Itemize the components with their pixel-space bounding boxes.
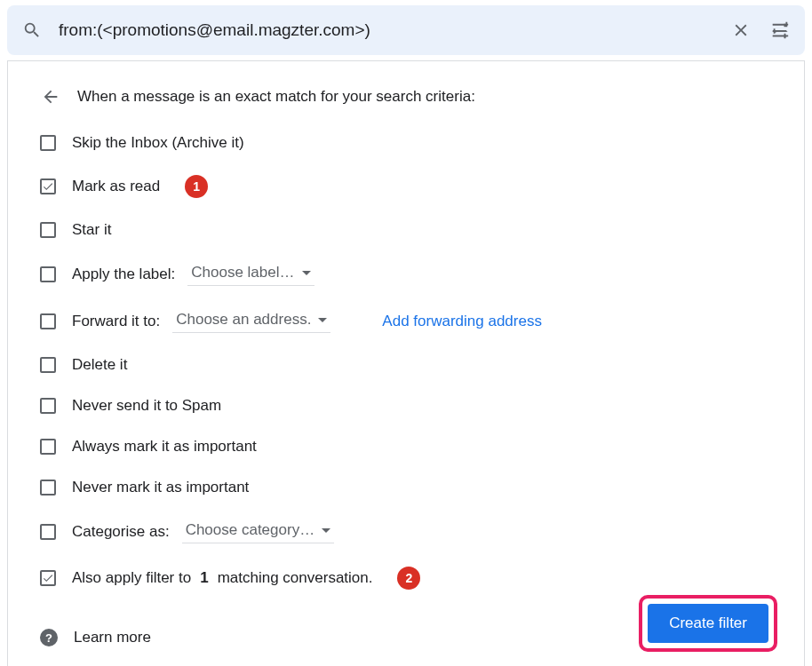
also-apply-count: 1 <box>200 569 208 587</box>
checkbox-delete[interactable] <box>40 357 56 373</box>
clear-icon[interactable] <box>721 11 760 50</box>
annotation-badge-2: 2 <box>397 567 420 590</box>
checkbox-mark-read[interactable] <box>40 178 56 194</box>
checkbox-categorise[interactable] <box>40 524 56 540</box>
option-forward: Forward it to: Choose an address. Add fo… <box>40 309 772 333</box>
chevron-down-icon <box>318 318 327 322</box>
checkbox-never-important[interactable] <box>40 480 56 496</box>
search-icon[interactable] <box>12 11 52 50</box>
dropdown-categorise-text: Choose category… <box>186 521 315 539</box>
checkbox-apply-label[interactable] <box>40 266 56 282</box>
checkbox-also-apply[interactable] <box>40 570 56 586</box>
create-filter-highlight: Create filter <box>639 595 777 652</box>
label-never-important: Never mark it as important <box>72 479 249 496</box>
chevron-down-icon <box>322 528 330 533</box>
option-star: Star it <box>40 221 772 239</box>
back-icon[interactable] <box>40 86 61 107</box>
checkbox-skip-inbox[interactable] <box>40 135 56 151</box>
label-delete: Delete it <box>72 356 127 374</box>
option-always-important: Always mark it as important <box>40 438 772 456</box>
label-apply-label: Apply the label: <box>72 266 175 283</box>
checkbox-always-important[interactable] <box>40 439 56 455</box>
option-mark-read: Mark as read 1 <box>40 175 772 198</box>
label-always-important: Always mark it as important <box>72 438 257 456</box>
label-forward: Forward it to: <box>72 313 160 330</box>
option-apply-label: Apply the label: Choose label… <box>40 262 772 286</box>
filter-panel: When a message is an exact match for you… <box>7 60 805 666</box>
search-bar <box>7 5 805 55</box>
label-star: Star it <box>72 221 111 239</box>
checkbox-forward[interactable] <box>40 313 56 329</box>
option-skip-inbox: Skip the Inbox (Archive it) <box>40 134 772 152</box>
search-input[interactable] <box>52 20 721 40</box>
dropdown-apply-label-text: Choose label… <box>191 264 294 281</box>
dropdown-categorise[interactable]: Choose category… <box>182 519 335 543</box>
label-mark-read: Mark as read <box>72 178 160 195</box>
checkbox-never-spam[interactable] <box>40 398 56 414</box>
search-options-icon[interactable] <box>760 11 800 50</box>
label-categorise: Categorise as: <box>72 523 170 541</box>
also-apply-post: matching conversation. <box>218 569 373 587</box>
also-apply-pre: Also apply filter to <box>72 569 191 587</box>
dropdown-forward-text: Choose an address. <box>176 311 311 329</box>
panel-header: When a message is an exact match for you… <box>40 86 772 107</box>
option-never-important: Never mark it as important <box>40 479 772 496</box>
annotation-badge-1: 1 <box>185 175 208 198</box>
label-skip-inbox: Skip the Inbox (Archive it) <box>72 134 244 152</box>
panel-title: When a message is an exact match for you… <box>77 88 475 106</box>
option-never-spam: Never send it to Spam <box>40 397 772 415</box>
link-add-forwarding[interactable]: Add forwarding address <box>382 313 542 330</box>
chevron-down-icon <box>302 271 311 275</box>
help-icon[interactable]: ? <box>40 629 58 646</box>
checkbox-star[interactable] <box>40 222 56 238</box>
learn-more-link[interactable]: Learn more <box>74 629 151 646</box>
label-also-apply: Also apply filter to 1 matching conversa… <box>72 569 372 587</box>
dropdown-apply-label[interactable]: Choose label… <box>187 262 314 286</box>
option-categorise: Categorise as: Choose category… <box>40 519 772 543</box>
option-also-apply: Also apply filter to 1 matching conversa… <box>40 567 772 590</box>
option-delete: Delete it <box>40 356 772 374</box>
dropdown-forward[interactable]: Choose an address. <box>172 309 330 333</box>
label-never-spam: Never send it to Spam <box>72 397 221 415</box>
create-filter-button[interactable]: Create filter <box>648 604 768 643</box>
